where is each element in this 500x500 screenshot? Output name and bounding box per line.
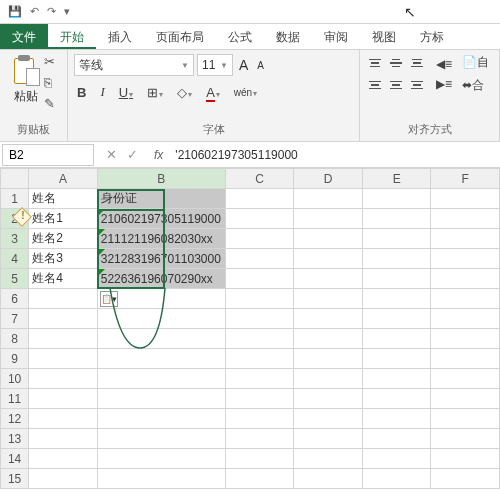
cell[interactable] [225,349,294,369]
enter-icon[interactable]: ✓ [127,147,138,162]
row-header[interactable]: 4 [1,249,29,269]
cell[interactable] [431,229,500,249]
name-box[interactable] [2,144,94,166]
format-painter-icon[interactable]: ✎ [44,96,55,111]
merge-button[interactable]: ⬌合 [462,77,489,94]
cell[interactable] [431,449,500,469]
cell[interactable] [97,369,225,389]
cell[interactable] [362,189,431,209]
cell[interactable] [29,349,98,369]
copy-icon[interactable]: ⎘ [44,75,55,90]
cell[interactable] [362,369,431,389]
cell[interactable] [225,309,294,329]
cell[interactable] [431,349,500,369]
align-left-icon[interactable] [366,77,384,93]
cell[interactable] [431,429,500,449]
cell[interactable] [294,349,363,369]
cell[interactable] [431,369,500,389]
font-name-select[interactable]: 等线▼ [74,54,194,76]
cell[interactable] [362,229,431,249]
col-header[interactable]: F [431,169,500,189]
cell[interactable] [294,209,363,229]
cell[interactable] [225,389,294,409]
align-center-icon[interactable] [387,77,405,93]
cell[interactable] [294,409,363,429]
cell[interactable] [294,189,363,209]
cell[interactable] [431,329,500,349]
cell[interactable] [294,309,363,329]
formula-input[interactable]: '210602197305119000 [169,145,500,165]
cell[interactable] [294,329,363,349]
cell[interactable] [362,349,431,369]
cell[interactable] [362,329,431,349]
cell[interactable] [431,309,500,329]
fx-icon[interactable]: fx [148,148,169,162]
cell[interactable]: 210602197305119000 [97,209,225,229]
tab-file[interactable]: 文件 [0,24,48,49]
col-header[interactable]: B [97,169,225,189]
cell[interactable]: 姓名 [29,189,98,209]
cell[interactable] [362,449,431,469]
cell[interactable] [431,189,500,209]
cell[interactable] [225,369,294,389]
cell[interactable] [225,249,294,269]
cell[interactable] [29,449,98,469]
cell[interactable]: 姓名1 [29,209,98,229]
cell[interactable] [431,269,500,289]
cell[interactable] [431,209,500,229]
border-button[interactable]: ⊞▾ [144,83,166,102]
row-header[interactable]: 3 [1,229,29,249]
align-middle-icon[interactable] [387,55,405,71]
tab-dev[interactable]: 方标 [408,24,456,49]
cell[interactable] [29,309,98,329]
wrap-text-button[interactable]: 📄自 [462,54,489,71]
align-bottom-icon[interactable] [408,55,426,71]
cell[interactable] [29,409,98,429]
cell[interactable] [97,409,225,429]
cell[interactable] [97,349,225,369]
fill-color-button[interactable]: ◇▾ [174,83,195,102]
cell[interactable] [29,329,98,349]
cell[interactable]: 📋▾ [97,289,225,309]
cell[interactable] [431,409,500,429]
redo-icon[interactable]: ↷ [47,5,56,18]
cell[interactable] [225,329,294,349]
cell[interactable] [431,249,500,269]
save-icon[interactable]: 💾 [8,5,22,18]
cell[interactable] [29,429,98,449]
row-header[interactable]: 13 [1,429,29,449]
select-all[interactable] [1,169,29,189]
cell[interactable] [225,189,294,209]
col-header[interactable]: E [362,169,431,189]
cell[interactable] [97,309,225,329]
cell[interactable] [294,469,363,489]
cell[interactable] [97,429,225,449]
align-top-icon[interactable] [366,55,384,71]
cell[interactable]: 211121196082030xx [97,229,225,249]
cell[interactable] [362,209,431,229]
tab-review[interactable]: 审阅 [312,24,360,49]
row-header[interactable]: 1 [1,189,29,209]
grow-font-icon[interactable]: A [236,55,251,75]
cell[interactable] [362,249,431,269]
cell[interactable] [97,329,225,349]
cell[interactable] [362,429,431,449]
italic-button[interactable]: I [97,82,107,102]
col-header[interactable]: D [294,169,363,189]
row-header[interactable]: 7 [1,309,29,329]
cell[interactable] [362,309,431,329]
row-header[interactable]: 6 [1,289,29,309]
cell[interactable] [431,389,500,409]
tab-insert[interactable]: 插入 [96,24,144,49]
cell[interactable] [225,269,294,289]
row-header[interactable]: 8 [1,329,29,349]
row-header[interactable]: 9 [1,349,29,369]
cell[interactable] [294,289,363,309]
row-header[interactable]: 12 [1,409,29,429]
cell[interactable] [97,469,225,489]
paste-button[interactable]: 粘贴 [12,54,40,111]
worksheet-grid[interactable]: A B C D E F 1 姓名 身份证 2 姓名1 2106021973051… [0,168,500,489]
row-header[interactable]: 5 [1,269,29,289]
shrink-font-icon[interactable]: A [254,58,267,73]
tab-formula[interactable]: 公式 [216,24,264,49]
